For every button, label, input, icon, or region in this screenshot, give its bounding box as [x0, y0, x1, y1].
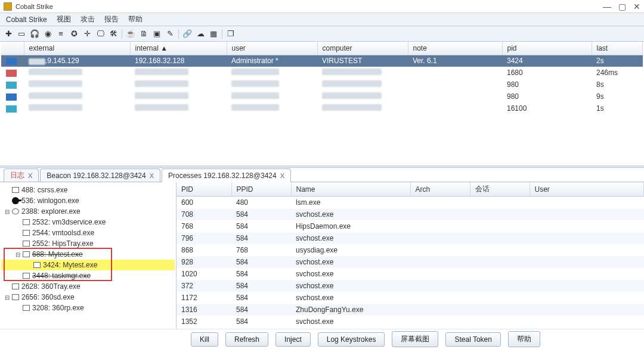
tree-item[interactable]: 2544: vmtoolsd.exe [1, 228, 175, 238]
col-internal[interactable]: internal ▲ [130, 42, 227, 55]
process-icon [12, 208, 19, 214]
kill-button[interactable]: Kill [191, 332, 218, 347]
tab[interactable]: 日志X [4, 169, 39, 182]
process-tree-pane[interactable]: 488: csrss.exe536: winlogon.exe⊟2388: ex… [0, 182, 177, 329]
target-icon[interactable]: ✪ [68, 28, 80, 40]
beacon-row[interactable]: 9809s [1, 91, 643, 102]
radar-icon[interactable]: ◉ [42, 28, 54, 40]
cloud-icon[interactable]: ☁ [194, 28, 206, 40]
tree-toggle-icon[interactable]: ⊟ [4, 294, 11, 301]
beacon-row[interactable]: 1680246ms [1, 67, 643, 79]
tree-item[interactable]: 3424: Mytest.exe [1, 260, 175, 270]
tree-item[interactable]: 2628: 360Tray.exe [1, 281, 175, 292]
process-list-pane[interactable]: PID PPID Name Arch 会话 User 600480lsm.exe… [177, 182, 644, 329]
tab-close-icon[interactable]: X [280, 172, 284, 179]
tree-item[interactable]: 3448: taskmgr.exe [1, 270, 175, 281]
tree-item[interactable]: ⊟2388: explorer.exe [1, 206, 175, 217]
cell-last: 8s [592, 79, 643, 91]
屏幕截图-button[interactable]: 屏幕截图 [392, 331, 438, 347]
col-external[interactable]: external [24, 42, 130, 55]
cell-user: Administrator * [227, 55, 317, 67]
tab[interactable]: Processes 192.168.32.128@3424X [162, 169, 291, 182]
cell-internal [130, 91, 227, 102]
coffee-icon[interactable]: ☕ [125, 28, 137, 40]
monitor-icon[interactable]: 🖵 [94, 28, 106, 40]
tab-close-icon[interactable]: X [28, 172, 32, 179]
col-name[interactable]: Name [291, 182, 410, 197]
process-row[interactable]: 1172584svchost.exe [177, 292, 644, 304]
beacon-os-icon [6, 105, 17, 113]
process-row[interactable]: 796584svchost.exe [177, 232, 644, 244]
tab-close-icon[interactable]: X [150, 172, 154, 179]
tree-toggle-icon[interactable]: ⊟ [4, 208, 11, 215]
tree-toggle-icon[interactable]: ⊟ [14, 251, 21, 258]
crosshair-icon[interactable]: ✛ [81, 28, 93, 40]
window-close-button[interactable]: ✕ [633, 2, 640, 11]
tree-item[interactable]: 2532: vm3dservice.exe [1, 217, 175, 228]
refresh-button[interactable]: Refresh [225, 332, 268, 347]
minus-box-icon[interactable]: ▭ [16, 28, 27, 40]
process-row[interactable]: 1020584svchost.exe [177, 268, 644, 280]
tree-label: 536: winlogon.exe [21, 197, 79, 205]
beacon-row[interactable]: .9.145.129192.168.32.128Administrator *V… [1, 55, 643, 67]
window-minimize-button[interactable]: — [603, 2, 611, 11]
menu-attack[interactable]: 攻击 [77, 13, 98, 26]
menu-cobalt-strike[interactable]: Cobalt Strike [2, 14, 51, 25]
process-icon [12, 187, 19, 193]
cell-pid: 796 [177, 232, 231, 244]
col-last[interactable]: last [592, 42, 643, 55]
tree-item[interactable]: 536: winlogon.exe [1, 195, 175, 206]
cell-session [470, 232, 530, 244]
link-icon[interactable]: 🔗 [181, 28, 193, 40]
save-icon[interactable]: ▣ [151, 28, 163, 40]
plus-box-icon[interactable]: ✚ [2, 28, 14, 40]
beacon-row[interactable]: 161001s [1, 102, 643, 114]
tree-item[interactable]: ⊟688: Mytest.exe [1, 249, 175, 260]
menu-report[interactable]: 报告 [101, 13, 122, 26]
process-row[interactable]: 372584svchost.exe [177, 280, 644, 292]
process-row[interactable]: 1316584ZhuDongFangYu.exe [177, 304, 644, 316]
col-session[interactable]: 会话 [470, 182, 530, 197]
col-pid[interactable]: pid [502, 42, 592, 55]
tree-item[interactable]: 2552: HipsTray.exe [1, 238, 175, 249]
tree-item[interactable]: 3208: 360rp.exe [1, 303, 175, 313]
cell-external: .9.145.129 [24, 55, 130, 67]
tab-row: 日志XBeacon 192.168.32.128@3424XProcesses … [0, 168, 644, 182]
col-note[interactable]: note [408, 42, 502, 55]
tab[interactable]: Beacon 192.168.32.128@3424X [40, 169, 160, 182]
cell-arch [410, 244, 470, 256]
cell-computer: VIRUSTEST [317, 55, 408, 67]
inject-button[interactable]: Inject [275, 332, 311, 347]
menu-help[interactable]: 帮助 [125, 13, 146, 26]
col-arch[interactable]: Arch [410, 182, 470, 197]
beacon-table[interactable]: external internal ▲ user computer note p… [1, 42, 643, 114]
cell-user [227, 102, 317, 114]
steal-token-button[interactable]: Steal Token [445, 332, 501, 347]
grid-icon[interactable]: ▦ [208, 28, 219, 40]
col-ppid[interactable]: PPID [231, 182, 291, 197]
headphones-icon[interactable]: 🎧 [29, 28, 41, 40]
cell-user [530, 256, 644, 268]
process-row[interactable]: 1352584svchost.exe [177, 316, 644, 328]
log-keystrokes-button[interactable]: Log Keystrokes [318, 332, 385, 347]
menu-view[interactable]: 视图 [53, 13, 75, 26]
col-computer[interactable]: computer [317, 42, 408, 55]
pen-icon[interactable]: ✎ [164, 28, 176, 40]
tree-item[interactable]: ⊟2656: 360sd.exe [1, 292, 175, 303]
process-row[interactable]: 928584svchost.exe [177, 256, 644, 268]
帮助-button[interactable]: 帮助 [508, 331, 540, 347]
list-lines-icon[interactable]: ≡ [55, 28, 67, 40]
window-maximize-button[interactable]: ▢ [618, 2, 626, 11]
beacon-row[interactable]: 9808s [1, 79, 643, 91]
col-user[interactable]: user [227, 42, 317, 55]
process-row[interactable]: 768584HipsDaemon.exe [177, 220, 644, 232]
process-row[interactable]: 868768usysdiag.exe [177, 244, 644, 256]
col-user[interactable]: User [530, 182, 644, 197]
process-row[interactable]: 708584svchost.exe [177, 208, 644, 220]
process-row[interactable]: 600480lsm.exe [177, 197, 644, 209]
document-icon[interactable]: 🗎 [138, 28, 150, 40]
cube-icon[interactable]: ❐ [225, 28, 237, 40]
tools-icon[interactable]: 🛠 [107, 28, 119, 40]
tree-item[interactable]: 488: csrss.exe [1, 185, 175, 195]
col-pid[interactable]: PID [177, 182, 231, 197]
